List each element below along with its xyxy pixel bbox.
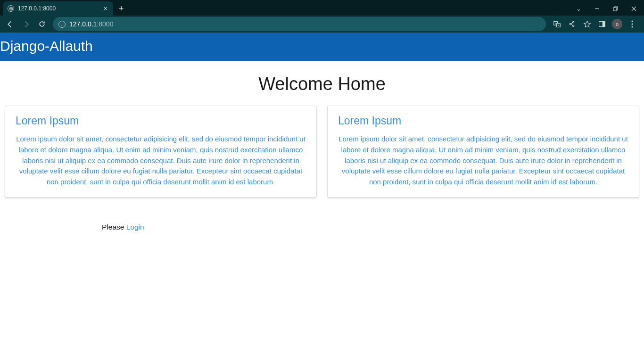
bookmark-icon[interactable] [580, 17, 594, 31]
menu-button[interactable] [625, 17, 639, 31]
side-panel-icon[interactable] [595, 17, 609, 31]
card: Lorem Ipsum Lorem ipsum dolor sit amet, … [5, 106, 317, 197]
svg-point-10 [570, 23, 571, 25]
url-text: 127.0.0.1:8000 [69, 20, 113, 28]
card-body: Lorem ipsum dolor sit amet, consectetur … [16, 134, 306, 188]
minimize-button[interactable] [589, 4, 605, 13]
maximize-button[interactable] [607, 4, 624, 13]
svg-text:A: A [558, 24, 560, 26]
toolbar-right: 文A o [550, 17, 641, 31]
svg-text:文: 文 [555, 22, 557, 25]
card: Lorem Ipsum Lorem ipsum dolor sit amet, … [327, 106, 639, 197]
card-title: Lorem Ipsum [338, 115, 628, 127]
card-title: Lorem Ipsum [16, 115, 306, 127]
navbar-brand: Django-Allauth [0, 38, 93, 54]
tab-strip: 127.0.0.1:8000 × + ⌄ [0, 0, 644, 16]
close-icon[interactable]: × [103, 5, 108, 12]
login-prompt: Please Login [102, 223, 644, 231]
svg-point-14 [631, 20, 633, 22]
forward-button[interactable] [19, 17, 33, 31]
login-link[interactable]: Login [126, 223, 144, 231]
browser-tab[interactable]: 127.0.0.1:8000 × [3, 1, 113, 16]
new-tab-button[interactable]: + [113, 1, 130, 16]
profile-button[interactable]: o [610, 17, 624, 31]
site-info-icon[interactable]: i [58, 21, 66, 28]
page-viewport: Django-Allauth Welcome Home Lorem Ipsum … [0, 33, 644, 362]
reload-button[interactable] [35, 17, 49, 31]
nav-row: i 127.0.0.1:8000 文A o [0, 16, 644, 33]
tab-search-icon[interactable]: ⌄ [570, 3, 587, 14]
globe-icon [8, 5, 14, 12]
tab-title: 127.0.0.1:8000 [18, 5, 99, 12]
card-body: Lorem ipsum dolor sit amet, consectetur … [338, 134, 628, 188]
svg-point-9 [573, 21, 574, 23]
close-window-button[interactable] [626, 4, 642, 13]
window-controls: ⌄ [570, 1, 644, 16]
translate-icon[interactable]: 文A [550, 17, 564, 31]
navbar: Django-Allauth [0, 33, 644, 61]
page-title: Welcome Home [0, 74, 644, 94]
back-button[interactable] [3, 17, 17, 31]
share-icon[interactable] [565, 17, 579, 31]
cards-row: Lorem Ipsum Lorem ipsum dolor sit amet, … [0, 106, 644, 197]
login-prompt-text: Please [102, 223, 126, 231]
svg-rect-13 [603, 21, 605, 26]
address-bar[interactable]: i 127.0.0.1:8000 [53, 17, 546, 31]
svg-point-11 [573, 25, 574, 26]
browser-chrome: 127.0.0.1:8000 × + ⌄ i [0, 0, 644, 33]
svg-point-15 [631, 23, 633, 25]
svg-point-16 [631, 26, 633, 27]
svg-rect-2 [613, 8, 617, 11]
